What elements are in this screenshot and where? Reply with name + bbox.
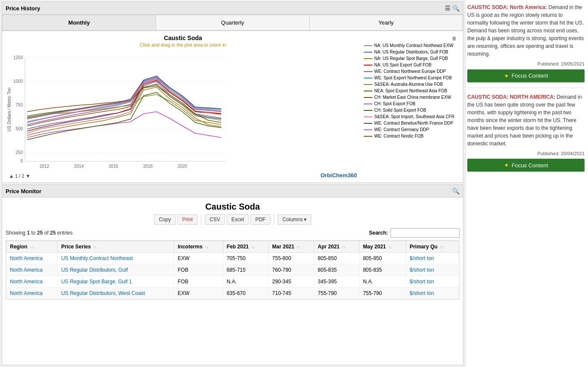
cell-region[interactable]: North America <box>6 264 58 276</box>
legend-color <box>364 65 372 66</box>
cell-mar2021: 710-745 <box>269 288 314 299</box>
legend-color <box>364 84 372 85</box>
cell-price-series[interactable]: US Regular Spot Barge, Gulf 1 <box>57 276 174 288</box>
focus-btn-1[interactable]: ✦ Focus Content <box>467 69 585 82</box>
svg-text:1250: 1250 <box>13 55 23 60</box>
cell-primary-qu[interactable]: $/short ton <box>406 288 459 299</box>
price-data-table: Region ↑↓ Price Series ↑↓ Incoterms ↑↓ F… <box>6 241 459 299</box>
cell-may2021: 805-850 <box>359 253 406 264</box>
table-body: North America US Monthly Contract Northe… <box>6 253 459 299</box>
col-mar2021[interactable]: Mar 2021 ↑↓ <box>269 241 314 253</box>
cell-apr2021: 805-835 <box>314 264 360 276</box>
col-primary-qu[interactable]: Primary Qu ↑↓ <box>406 241 459 253</box>
cell-primary-qu[interactable]: $/short ton <box>406 276 459 288</box>
table-title: Caustic Soda <box>6 198 460 214</box>
cell-primary-qu[interactable]: $/short ton <box>406 253 459 264</box>
price-history-panel: Price History ☰ 🔍 Monthly Quarterly Year… <box>2 2 463 183</box>
price-chart-svg: US Dollars / Metric Ton 1250 1000 <box>6 49 230 170</box>
legend-item: WE: Contract Benelux/North France DDP <box>364 120 456 126</box>
pdf-button[interactable]: PDF <box>250 214 270 225</box>
cell-apr2021: 805-850 <box>314 253 360 264</box>
col-price-series[interactable]: Price Series ↑↓ <box>57 241 174 253</box>
legend-menu-icon[interactable]: ☰ <box>452 36 456 41</box>
search-icon[interactable]: 🔍 <box>452 5 460 12</box>
news-1-title: CAUSTIC SODA: North America: Demand in t… <box>467 3 585 58</box>
legend-color <box>364 52 372 53</box>
chart-subtitle: Click and drag in the plot area to zoom … <box>6 42 360 47</box>
csv-button[interactable]: CSV <box>205 214 225 225</box>
col-feb2021[interactable]: Feb 2021 ↑↓ <box>223 241 269 253</box>
cell-primary-qu[interactable]: $/short ton <box>406 264 459 276</box>
cell-incoterms: EXW <box>174 288 223 299</box>
legend-item: NA: US Regular Spot Barge, Gulf FOB <box>364 56 456 61</box>
cell-may2021: N.A. <box>359 276 406 288</box>
legend-item: CH: Spot Export FOB <box>364 101 456 107</box>
tab-monthly[interactable]: Monthly <box>2 15 156 31</box>
monitor-search-icon[interactable]: 🔍 <box>452 188 460 194</box>
svg-text:2012: 2012 <box>40 164 50 169</box>
header-row: Region ↑↓ Price Series ↑↓ Incoterms ↑↓ F… <box>6 241 459 253</box>
col-apr2021[interactable]: Apr 2021 ↑↓ <box>314 241 360 253</box>
price-monitor-panel: Price Monitor 🔍 Caustic Soda Copy Print … <box>2 185 463 365</box>
col-region[interactable]: Region ↑↓ <box>6 241 58 253</box>
table-row: North America US Regular Spot Barge, Gul… <box>6 276 459 288</box>
legend-item: NEA: Spot Export Northeast Asia FOB <box>364 88 456 94</box>
cell-price-series[interactable]: US Regular Distributors, West Coast <box>57 288 174 299</box>
cell-region[interactable]: North America <box>6 253 58 264</box>
table-row: North America US Regular Distributors, G… <box>6 264 459 276</box>
tab-quarterly[interactable]: Quarterly <box>156 15 309 31</box>
chart-container: Caustic Soda Click and drag in the plot … <box>2 31 463 182</box>
cell-price-series[interactable]: US Monthly Contract Northeast <box>57 253 174 264</box>
svg-text:2014: 2014 <box>74 164 84 169</box>
legend-color <box>364 97 372 98</box>
svg-text:250: 250 <box>16 150 23 155</box>
cell-price-series[interactable]: US Regular Distributors, Gulf <box>57 264 174 276</box>
svg-text:750: 750 <box>16 103 23 107</box>
cell-mar2021: 760-790 <box>269 264 314 276</box>
btn-separator <box>201 214 201 225</box>
col-incoterms[interactable]: Incoterms ↑↓ <box>174 241 223 253</box>
col-may2021[interactable]: May 2021 ↑↓ <box>359 241 406 253</box>
table-info-row: Showing 1 to 25 of 25 entries Search: <box>6 228 460 238</box>
focus-btn-2[interactable]: ✦ Focus Content <box>467 159 585 172</box>
svg-text:2016: 2016 <box>109 164 119 169</box>
print-button[interactable]: Print <box>177 214 197 225</box>
chart-svg[interactable]: US Dollars / Metric Ton 1250 1000 <box>6 49 360 171</box>
cell-feb2021: N.A. <box>223 276 269 288</box>
cell-region[interactable]: North America <box>6 288 58 299</box>
table-row: North America US Monthly Contract Northe… <box>6 253 459 264</box>
table-scroll[interactable]: Region ↑↓ Price Series ↑↓ Incoterms ↑↓ F… <box>6 240 460 300</box>
svg-text:US Dollars / Metric Ton: US Dollars / Metric Ton <box>7 88 12 132</box>
excel-button[interactable]: Excel <box>227 214 249 225</box>
copy-button[interactable]: Copy <box>154 214 175 225</box>
chart-pagination[interactable]: ▲ 1 / 2 ▼ <box>9 173 30 179</box>
cell-may2021: 755-790 <box>359 288 406 299</box>
price-monitor-header: Price Monitor 🔍 <box>2 185 463 198</box>
legend-item: NA: US Monthly Contract Northeast EXW <box>364 43 456 48</box>
cell-incoterms: FOB <box>174 264 223 276</box>
cell-incoterms: EXW <box>174 253 223 264</box>
search-row: Search: <box>369 228 460 238</box>
columns-button[interactable]: Columns ▾ <box>278 214 311 225</box>
legend-color <box>364 45 372 46</box>
price-monitor-title: Price Monitor <box>6 188 41 194</box>
news-1-body: Demand in the US is good as the region s… <box>467 4 584 57</box>
cell-incoterms: FOB <box>174 276 223 288</box>
legend-item: CH: Market East China membrane EXW <box>364 94 456 100</box>
price-history-header: Price History ☰ 🔍 <box>2 2 463 15</box>
cell-feb2021: 635-670 <box>223 288 269 299</box>
cell-region[interactable]: North America <box>6 276 58 288</box>
search-input[interactable] <box>391 228 460 238</box>
legend-color <box>364 116 372 117</box>
news-item-2: CAUSTIC SODA: NORTH AMERICA: Demand in t… <box>467 93 585 172</box>
cell-may2021: 805-835 <box>359 264 406 276</box>
legend-item: S&SEA: Spot Import, Southeast Asia CFR <box>364 114 456 119</box>
news-1-published: Published: 19/05/2021 <box>467 60 585 68</box>
tab-yearly[interactable]: Yearly <box>309 15 463 31</box>
table-row: North America US Regular Distributors, W… <box>6 288 459 299</box>
chevron-down-icon: ▾ <box>304 216 307 223</box>
legend-item: WE: Contract Germany DDP <box>364 127 456 132</box>
table-icon[interactable]: ☰ <box>445 5 450 12</box>
cell-feb2021: 705-750 <box>223 253 269 264</box>
table-to: 25 <box>37 230 43 236</box>
